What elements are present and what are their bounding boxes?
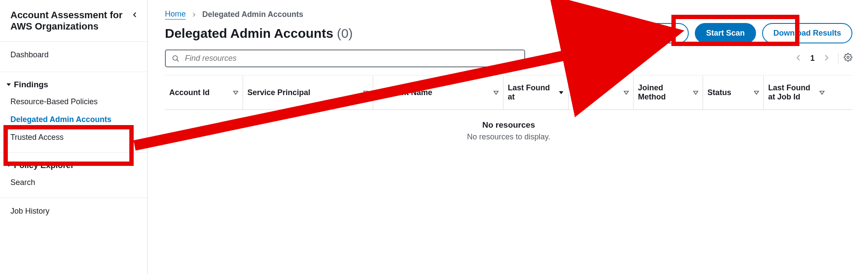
sidebar-item-search[interactable]: Search (0, 174, 147, 191)
collapse-sidebar-icon[interactable] (130, 10, 140, 22)
gear-icon (844, 53, 852, 62)
sort-icon[interactable] (559, 88, 564, 97)
settings-button[interactable] (838, 53, 852, 64)
sort-icon[interactable] (363, 88, 368, 97)
empty-subtitle: No resources to display. (165, 132, 852, 142)
start-scan-button[interactable]: Start Scan (695, 23, 756, 43)
column-label: Account Id (169, 88, 210, 97)
sidebar-section-findings[interactable]: Findings (0, 75, 147, 93)
svg-point-2 (847, 56, 849, 59)
action-bar: Refresh Start Scan Download Results (626, 23, 852, 43)
empty-state: No resources No resources to display. (165, 110, 852, 152)
column-label: Joined Method (638, 83, 690, 102)
sidebar-item-trusted-access[interactable]: Trusted Access (0, 129, 147, 146)
column-label: Last Found at (508, 83, 555, 102)
column-header[interactable]: Account Id (165, 76, 243, 109)
column-label: Last Found at Job Id (768, 83, 816, 102)
page-title-text: Delegated Admin Accounts (165, 26, 333, 40)
data-table: Account IdService PrincipalAccount NameL… (165, 75, 852, 152)
main-content: Home Delegated Admin Accounts Delegated … (148, 0, 868, 274)
sort-icon[interactable] (493, 88, 499, 97)
sort-icon[interactable] (819, 88, 825, 97)
column-header[interactable]: Service Principal (243, 76, 373, 109)
sidebar-item-rbp[interactable]: Resource-Based Policies (0, 93, 147, 111)
sort-icon[interactable] (624, 88, 629, 97)
policy-explorer-label: Policy Explorer (14, 161, 74, 170)
column-header[interactable]: Admin Email (569, 76, 634, 109)
pagination: 1 (796, 53, 852, 64)
triangle-down-icon (6, 82, 11, 87)
chevron-right-icon (192, 11, 196, 18)
prev-page-button[interactable] (796, 54, 802, 63)
empty-title: No resources (165, 120, 852, 130)
sidebar-item-dashboard[interactable]: Dashboard (0, 44, 147, 66)
sidebar-item-delegated-admin[interactable]: Delegated Admin Accounts (0, 111, 147, 129)
triangle-down-icon (6, 163, 11, 168)
column-header[interactable]: Last Found at (503, 76, 569, 109)
breadcrumb: Home Delegated Admin Accounts (165, 10, 852, 20)
sidebar-section-policy-explorer[interactable]: Policy Explorer (0, 155, 147, 174)
download-results-button[interactable]: Download Results (762, 23, 852, 43)
svg-line-1 (177, 59, 179, 62)
refresh-label: Refresh (648, 29, 677, 38)
breadcrumb-current: Delegated Admin Accounts (202, 10, 303, 19)
search-input[interactable] (185, 54, 518, 63)
column-header[interactable]: Last Found at Job Id (764, 76, 829, 109)
page-number: 1 (810, 54, 815, 63)
breadcrumb-home[interactable]: Home (165, 10, 186, 20)
app-title: Account Assessment for AWS Organizations (10, 10, 130, 33)
table-header-row: Account IdService PrincipalAccount NameL… (165, 76, 852, 110)
sort-icon[interactable] (754, 88, 759, 97)
sidebar-item-job-history[interactable]: Job History (0, 201, 147, 222)
next-page-button[interactable] (823, 54, 829, 63)
column-header[interactable]: Account Name (373, 76, 503, 109)
column-label: Status (707, 88, 731, 97)
refresh-icon (637, 28, 645, 38)
search-icon (172, 55, 180, 63)
search-box[interactable] (165, 50, 525, 67)
column-header[interactable]: Status (703, 76, 764, 109)
sort-icon[interactable] (693, 88, 698, 97)
refresh-button[interactable]: Refresh (626, 23, 689, 43)
page-title-count: (0) (337, 26, 353, 40)
sort-icon[interactable] (233, 88, 238, 97)
sidebar: Account Assessment for AWS Organizations… (0, 0, 148, 274)
column-header[interactable]: Joined Method (634, 76, 703, 109)
svg-point-0 (173, 56, 178, 60)
column-label: Admin Email (573, 83, 620, 102)
findings-label: Findings (14, 80, 48, 89)
column-label: Account Name (378, 88, 432, 97)
page-title: Delegated Admin Accounts (0) (165, 26, 353, 41)
column-label: Service Principal (247, 88, 310, 97)
